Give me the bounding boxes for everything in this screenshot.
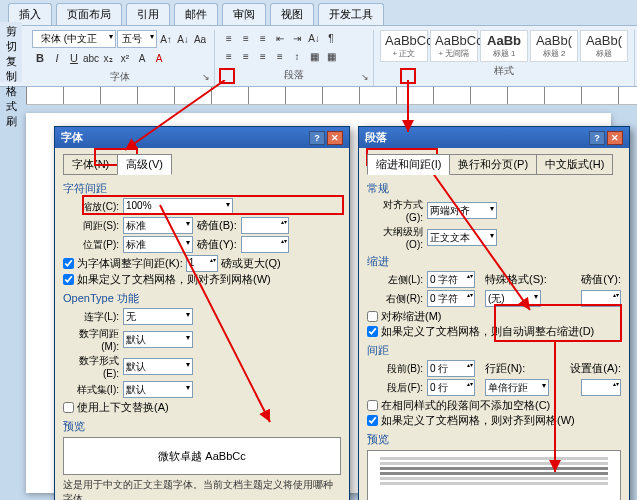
para-dialog-titlebar[interactable]: 段落 ?✕: [359, 127, 629, 148]
change-case-icon[interactable]: Aa: [192, 31, 208, 47]
snap-grid-check[interactable]: [63, 274, 74, 285]
outline-combo[interactable]: 正文文本: [427, 229, 497, 246]
right-indent-spin[interactable]: 0 字符: [427, 290, 475, 307]
font-dialog-titlebar[interactable]: 字体 ?✕: [55, 127, 349, 148]
position-by-spin[interactable]: [241, 236, 289, 253]
font-size-combo[interactable]: 五号: [117, 30, 157, 48]
close-icon[interactable]: ✕: [607, 131, 623, 145]
ribbon-tabs: 插入 页面布局 引用 邮件 审阅 视图 开发工具: [0, 0, 637, 26]
align-just-icon[interactable]: ≡: [272, 48, 288, 64]
para-dialog-launcher-icon[interactable]: ↘: [359, 72, 371, 84]
sec-opentype: OpenType 功能: [63, 291, 341, 306]
italic-icon[interactable]: I: [49, 50, 65, 66]
style-h1[interactable]: AaBb标题 1: [480, 30, 528, 62]
sec-preview-font: 预览: [63, 419, 341, 434]
bullets-icon[interactable]: ≡: [221, 30, 237, 46]
style-h2[interactable]: AaBb(标题 2: [530, 30, 578, 62]
tab-ref[interactable]: 引用: [126, 3, 170, 25]
line-spacing-combo[interactable]: 单倍行距: [485, 379, 549, 396]
sec-char-spacing: 字符间距: [63, 181, 341, 196]
line-at-spin[interactable]: [581, 379, 621, 396]
cut-label[interactable]: 剪切: [2, 24, 20, 54]
sup-icon[interactable]: x²: [117, 50, 133, 66]
ribbon: 宋体 (中文正 五号 A↑ A↓ Aa B I U abc x₂ x² A A …: [0, 26, 637, 87]
tab-layout[interactable]: 页面布局: [56, 3, 122, 25]
para-group: ≡ ≡ ≡ ⇤ ⇥ A↓ ¶ ≡ ≡ ≡ ≡ ↕ ▦ ▦ 段落 ↘: [215, 30, 374, 86]
line-space-icon[interactable]: ↕: [289, 48, 305, 64]
style-normal[interactable]: AaBbCcDd+ 正文: [380, 30, 428, 62]
para-tab-cjk[interactable]: 中文版式(H): [536, 154, 613, 175]
marks-icon[interactable]: ¶: [323, 30, 339, 46]
font-color-icon[interactable]: A: [151, 50, 167, 66]
strike-icon[interactable]: abc: [83, 50, 99, 66]
sec-indent: 缩进: [367, 254, 621, 269]
spacing-by-spin[interactable]: [241, 217, 289, 234]
tab-dev[interactable]: 开发工具: [318, 3, 384, 25]
dec-indent-icon[interactable]: ⇤: [272, 30, 288, 46]
shading-icon[interactable]: ▦: [306, 48, 322, 64]
kerning-check[interactable]: [63, 258, 74, 269]
context-alt-check[interactable]: [63, 402, 74, 413]
clipboard-panel: 剪切 复制 格式刷: [0, 22, 22, 82]
numform-combo[interactable]: 默认: [123, 358, 193, 375]
copy-label[interactable]: 复制: [2, 54, 20, 84]
no-add-space-check[interactable]: [367, 400, 378, 411]
align-left-icon[interactable]: ≡: [221, 48, 237, 64]
align-right-icon[interactable]: ≡: [255, 48, 271, 64]
kerning-spin[interactable]: 1: [186, 255, 218, 272]
sec-spacing-para: 间距: [367, 343, 621, 358]
para-group-title: 段落: [221, 66, 367, 84]
font-dialog-launcher-icon[interactable]: ↘: [200, 72, 212, 84]
spacing-combo[interactable]: 标准: [123, 217, 193, 234]
fmt-label[interactable]: 格式刷: [2, 84, 20, 129]
inc-indent-icon[interactable]: ⇥: [289, 30, 305, 46]
tab-view[interactable]: 视图: [270, 3, 314, 25]
left-indent-spin[interactable]: 0 字符: [427, 271, 475, 288]
grow-font-icon[interactable]: A↑: [158, 31, 174, 47]
highlight-icon[interactable]: A: [134, 50, 150, 66]
special-by-spin[interactable]: [581, 290, 621, 307]
help-icon[interactable]: ?: [589, 131, 605, 145]
para-tab-indent[interactable]: 缩进和间距(I): [367, 154, 450, 175]
sort-icon[interactable]: A↓: [306, 30, 322, 46]
position-combo[interactable]: 标准: [123, 236, 193, 253]
scale-combo[interactable]: 100%: [123, 198, 233, 215]
style-nospace[interactable]: AaBbCcDd+ 无间隔: [430, 30, 478, 62]
tab-mail[interactable]: 邮件: [174, 3, 218, 25]
numspace-combo[interactable]: 默认: [123, 331, 193, 348]
style-title[interactable]: AaBb(标题: [580, 30, 628, 62]
sec-preview-para: 预览: [367, 432, 621, 447]
font-dialog: 字体 ?✕ 字体(N) 高级(V) 字符间距 缩放(C):100% 间距(S):…: [54, 126, 350, 500]
para-snap-check[interactable]: [367, 415, 378, 426]
bold-icon[interactable]: B: [32, 50, 48, 66]
align-combo[interactable]: 两端对齐: [427, 202, 497, 219]
tab-review[interactable]: 审阅: [222, 3, 266, 25]
sub-icon[interactable]: x₂: [100, 50, 116, 66]
numbering-icon[interactable]: ≡: [238, 30, 254, 46]
ligature-combo[interactable]: 无: [123, 308, 193, 325]
multilevel-icon[interactable]: ≡: [255, 30, 271, 46]
styleset-combo[interactable]: 默认: [123, 381, 193, 398]
font-group-title: 字体: [32, 68, 208, 86]
special-combo[interactable]: (无): [485, 290, 541, 307]
close-icon[interactable]: ✕: [327, 131, 343, 145]
font-tab-font[interactable]: 字体(N): [63, 154, 118, 175]
after-spin[interactable]: 0 行: [427, 379, 475, 396]
underline-icon[interactable]: U: [66, 50, 82, 66]
ruler[interactable]: [26, 87, 637, 105]
mirror-indent-check[interactable]: [367, 311, 378, 322]
align-center-icon[interactable]: ≡: [238, 48, 254, 64]
para-dialog-title: 段落: [365, 130, 387, 145]
styles-group: AaBbCcDd+ 正文 AaBbCcDd+ 无间隔 AaBb标题 1 AaBb…: [374, 30, 635, 86]
para-preview: [367, 450, 621, 500]
help-icon[interactable]: ?: [309, 131, 325, 145]
auto-adjust-check[interactable]: [367, 326, 378, 337]
border-icon[interactable]: ▦: [323, 48, 339, 64]
font-tab-advanced[interactable]: 高级(V): [117, 154, 172, 175]
font-name-combo[interactable]: 宋体 (中文正: [32, 30, 116, 48]
font-preview: 微软卓越 AaBbCc: [63, 437, 341, 475]
shrink-font-icon[interactable]: A↓: [175, 31, 191, 47]
paragraph-dialog: 段落 ?✕ 缩进和间距(I) 换行和分页(P) 中文版式(H) 常规 对齐方式(…: [358, 126, 630, 500]
para-tab-line[interactable]: 换行和分页(P): [449, 154, 537, 175]
before-spin[interactable]: 0 行: [427, 360, 475, 377]
